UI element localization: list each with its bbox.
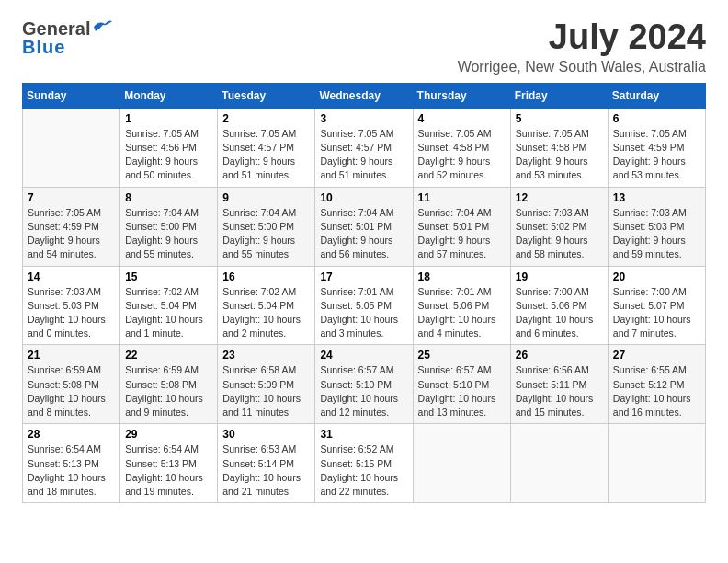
day-number: 4	[418, 112, 506, 125]
day-info: Sunrise: 7:03 AMSunset: 5:03 PMDaylight:…	[613, 206, 700, 262]
day-of-week-header: Friday	[510, 83, 608, 108]
calendar-day-cell: 8Sunrise: 7:04 AMSunset: 5:00 PMDaylight…	[120, 187, 218, 266]
calendar-day-cell	[23, 108, 120, 187]
day-info: Sunrise: 7:00 AMSunset: 5:06 PMDaylight:…	[516, 285, 603, 341]
day-number: 23	[222, 349, 310, 362]
day-number: 17	[320, 270, 407, 283]
calendar-day-cell: 17Sunrise: 7:01 AMSunset: 5:05 PMDayligh…	[315, 266, 413, 345]
day-info: Sunrise: 6:54 AMSunset: 5:13 PMDaylight:…	[28, 442, 115, 499]
calendar-day-cell: 23Sunrise: 6:58 AMSunset: 5:09 PMDayligh…	[218, 345, 315, 424]
day-info: Sunrise: 7:03 AMSunset: 5:02 PMDaylight:…	[516, 206, 603, 262]
day-number: 9	[222, 191, 310, 204]
month-title: July 2024	[458, 18, 706, 57]
day-info: Sunrise: 6:57 AMSunset: 5:10 PMDaylight:…	[418, 363, 506, 419]
calendar-week-row: 7Sunrise: 7:05 AMSunset: 4:59 PMDaylight…	[23, 187, 706, 266]
calendar-day-cell: 29Sunrise: 6:54 AMSunset: 5:13 PMDayligh…	[120, 424, 218, 503]
calendar-day-cell: 21Sunrise: 6:59 AMSunset: 5:08 PMDayligh…	[23, 345, 120, 424]
day-number: 24	[320, 349, 407, 362]
calendar-day-cell	[413, 424, 510, 503]
calendar-week-row: 28Sunrise: 6:54 AMSunset: 5:13 PMDayligh…	[23, 424, 706, 503]
calendar-day-cell: 14Sunrise: 7:03 AMSunset: 5:03 PMDayligh…	[23, 266, 120, 345]
day-of-week-header: Wednesday	[315, 83, 413, 108]
logo-bird-icon	[92, 18, 112, 35]
day-number: 12	[516, 191, 603, 204]
day-info: Sunrise: 7:01 AMSunset: 5:05 PMDaylight:…	[320, 285, 407, 341]
calendar-day-cell: 11Sunrise: 7:04 AMSunset: 5:01 PMDayligh…	[413, 187, 510, 266]
day-number: 14	[28, 270, 115, 283]
day-info: Sunrise: 7:04 AMSunset: 5:00 PMDaylight:…	[222, 206, 310, 262]
calendar-week-row: 14Sunrise: 7:03 AMSunset: 5:03 PMDayligh…	[23, 266, 706, 345]
page-header: General Blue July 2024 Worrigee, New Sou…	[22, 18, 706, 75]
day-info: Sunrise: 7:02 AMSunset: 5:04 PMDaylight:…	[222, 285, 310, 341]
calendar-day-cell: 7Sunrise: 7:05 AMSunset: 4:59 PMDaylight…	[23, 187, 120, 266]
day-of-week-header: Saturday	[608, 83, 705, 108]
day-info: Sunrise: 6:59 AMSunset: 5:08 PMDaylight:…	[28, 363, 115, 419]
day-of-week-header: Monday	[120, 83, 218, 108]
day-number: 28	[28, 428, 115, 441]
day-number: 13	[613, 191, 700, 204]
calendar-day-cell: 20Sunrise: 7:00 AMSunset: 5:07 PMDayligh…	[608, 266, 705, 345]
calendar-day-cell: 19Sunrise: 7:00 AMSunset: 5:06 PMDayligh…	[510, 266, 608, 345]
day-number: 27	[613, 349, 700, 362]
day-number: 7	[28, 191, 115, 204]
day-info: Sunrise: 7:05 AMSunset: 4:58 PMDaylight:…	[418, 127, 506, 183]
day-number: 1	[125, 112, 212, 125]
day-number: 18	[418, 270, 506, 283]
day-info: Sunrise: 7:05 AMSunset: 4:57 PMDaylight:…	[320, 127, 407, 183]
calendar-day-cell: 22Sunrise: 6:59 AMSunset: 5:08 PMDayligh…	[120, 345, 218, 424]
day-of-week-header: Thursday	[413, 83, 510, 108]
day-info: Sunrise: 6:53 AMSunset: 5:14 PMDaylight:…	[222, 442, 310, 499]
calendar-day-cell: 10Sunrise: 7:04 AMSunset: 5:01 PMDayligh…	[315, 187, 413, 266]
calendar-day-cell: 3Sunrise: 7:05 AMSunset: 4:57 PMDaylight…	[315, 108, 413, 187]
calendar-day-cell: 6Sunrise: 7:05 AMSunset: 4:59 PMDaylight…	[608, 108, 705, 187]
day-info: Sunrise: 7:05 AMSunset: 4:57 PMDaylight:…	[222, 127, 310, 183]
calendar-day-cell: 4Sunrise: 7:05 AMSunset: 4:58 PMDaylight…	[413, 108, 510, 187]
day-number: 15	[125, 270, 212, 283]
day-number: 22	[125, 349, 212, 362]
logo: General Blue	[22, 18, 112, 56]
day-number: 10	[320, 191, 407, 204]
title-area: July 2024 Worrigee, New South Wales, Aus…	[458, 18, 706, 75]
day-number: 21	[28, 349, 115, 362]
logo-blue-text: Blue	[22, 38, 112, 56]
calendar-day-cell: 1Sunrise: 7:05 AMSunset: 4:56 PMDaylight…	[120, 108, 218, 187]
calendar-day-cell: 18Sunrise: 7:01 AMSunset: 5:06 PMDayligh…	[413, 266, 510, 345]
calendar-day-cell: 15Sunrise: 7:02 AMSunset: 5:04 PMDayligh…	[120, 266, 218, 345]
day-info: Sunrise: 7:03 AMSunset: 5:03 PMDaylight:…	[28, 285, 115, 341]
calendar-day-cell: 2Sunrise: 7:05 AMSunset: 4:57 PMDaylight…	[218, 108, 315, 187]
calendar-day-cell: 30Sunrise: 6:53 AMSunset: 5:14 PMDayligh…	[218, 424, 315, 503]
day-number: 3	[320, 112, 407, 125]
day-info: Sunrise: 6:54 AMSunset: 5:13 PMDaylight:…	[125, 442, 212, 499]
calendar-day-cell: 9Sunrise: 7:04 AMSunset: 5:00 PMDaylight…	[218, 187, 315, 266]
day-info: Sunrise: 7:04 AMSunset: 5:01 PMDaylight:…	[418, 206, 506, 262]
day-number: 16	[222, 270, 310, 283]
calendar-day-cell: 26Sunrise: 6:56 AMSunset: 5:11 PMDayligh…	[510, 345, 608, 424]
day-info: Sunrise: 6:56 AMSunset: 5:11 PMDaylight:…	[516, 363, 603, 419]
day-number: 25	[418, 349, 506, 362]
day-info: Sunrise: 7:05 AMSunset: 4:59 PMDaylight:…	[613, 127, 700, 183]
day-info: Sunrise: 6:59 AMSunset: 5:08 PMDaylight:…	[125, 363, 212, 419]
day-of-week-header: Tuesday	[218, 83, 315, 108]
day-info: Sunrise: 6:58 AMSunset: 5:09 PMDaylight:…	[222, 363, 310, 419]
calendar-week-row: 1Sunrise: 7:05 AMSunset: 4:56 PMDaylight…	[23, 108, 706, 187]
calendar-day-cell: 5Sunrise: 7:05 AMSunset: 4:58 PMDaylight…	[510, 108, 608, 187]
day-info: Sunrise: 6:55 AMSunset: 5:12 PMDaylight:…	[613, 363, 700, 419]
calendar-day-cell: 16Sunrise: 7:02 AMSunset: 5:04 PMDayligh…	[218, 266, 315, 345]
day-info: Sunrise: 7:05 AMSunset: 4:56 PMDaylight:…	[125, 127, 212, 183]
day-number: 19	[516, 270, 603, 283]
calendar-table: SundayMondayTuesdayWednesdayThursdayFrid…	[22, 83, 706, 503]
day-info: Sunrise: 7:05 AMSunset: 4:59 PMDaylight:…	[28, 206, 115, 262]
calendar-day-cell: 27Sunrise: 6:55 AMSunset: 5:12 PMDayligh…	[608, 345, 705, 424]
calendar-day-cell: 28Sunrise: 6:54 AMSunset: 5:13 PMDayligh…	[23, 424, 120, 503]
day-number: 8	[125, 191, 212, 204]
day-number: 29	[125, 428, 212, 441]
calendar-day-cell: 12Sunrise: 7:03 AMSunset: 5:02 PMDayligh…	[510, 187, 608, 266]
calendar-day-cell: 25Sunrise: 6:57 AMSunset: 5:10 PMDayligh…	[413, 345, 510, 424]
day-number: 6	[613, 112, 700, 125]
calendar-day-cell	[608, 424, 705, 503]
day-number: 5	[516, 112, 603, 125]
day-number: 20	[613, 270, 700, 283]
logo-general-text: General	[22, 19, 90, 38]
day-of-week-header: Sunday	[23, 83, 120, 108]
day-info: Sunrise: 6:57 AMSunset: 5:10 PMDaylight:…	[320, 363, 407, 419]
